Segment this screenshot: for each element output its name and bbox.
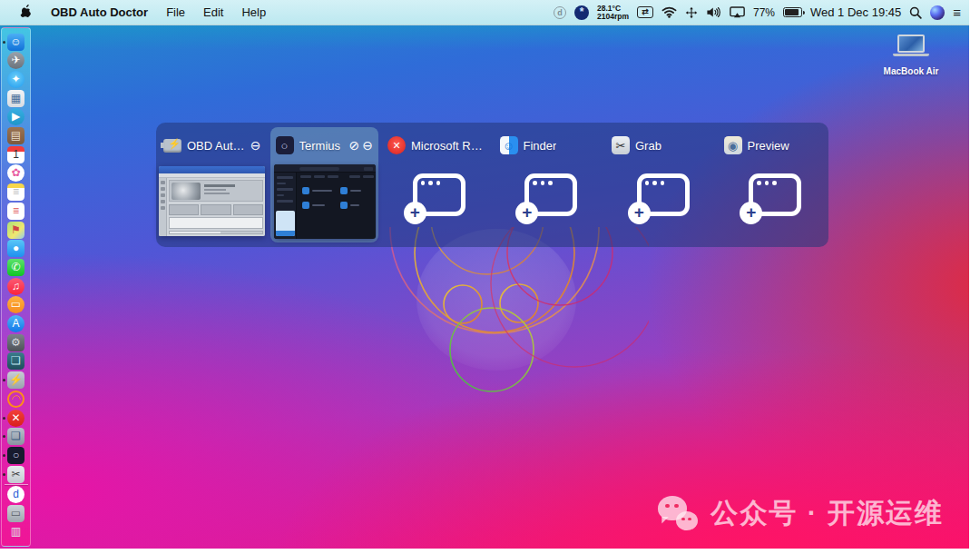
dock-item-finder[interactable]: ☺ <box>6 33 26 51</box>
new-window-placeholder-icon[interactable]: + <box>524 173 577 216</box>
dock-item-wechat[interactable]: ✆ <box>6 258 26 276</box>
d-circle-app-icon: d <box>7 486 24 503</box>
dock: ☺✈✦▦▶▤1✿≡≡⚑●✆♫▭A⚙❏⚡◠✕❏○✂d▭▥ <box>1 27 31 547</box>
app-switcher-panel: ⚡ OBD Auto... ⊖ <box>156 123 828 247</box>
dock-item-safari[interactable]: ✦ <box>6 70 26 88</box>
switcher-label: Termius <box>299 139 341 153</box>
circled-d-icon[interactable]: d <box>554 4 566 22</box>
new-window-placeholder-icon[interactable]: + <box>637 173 690 216</box>
termius-icon: ○ <box>276 136 294 154</box>
hide-window-button[interactable]: ⊖ <box>362 139 373 152</box>
dock-item-termius[interactable]: ○ <box>6 446 26 464</box>
dock-item-navicat[interactable]: ◠ <box>6 390 26 408</box>
switcher-item-preview[interactable]: ◉ Preview + <box>717 123 829 247</box>
telegram-icon: ▶ <box>7 108 24 125</box>
preview-icon: ◉ <box>724 136 742 154</box>
switcher-item-termius[interactable]: ○ Termius ⊘ ⊖ <box>269 123 381 247</box>
app-store-icon: A <box>7 315 24 332</box>
fan-monitor-icon[interactable]: * <box>574 4 589 22</box>
switcher-item-finder[interactable]: ☺ Finder + <box>493 123 605 247</box>
plus-badge: + <box>740 202 762 224</box>
dock-item-music[interactable]: ♫ <box>6 277 26 295</box>
external-drive-icon: ▭ <box>7 505 24 522</box>
microsoft-remote-desktop-icon: ✕ <box>387 136 406 154</box>
dock-item-system-preferences[interactable]: ⚙ <box>6 333 26 351</box>
desktop-icon-macbook-air[interactable]: MacBook Air <box>873 35 949 76</box>
dock-item-maps[interactable]: ⚑ <box>6 221 26 239</box>
obd-window-thumbnail[interactable] <box>159 166 265 236</box>
obd-auto-doctor-icon: ⚡ <box>7 371 24 389</box>
menu-clock[interactable]: Wed 1 Dec 19:45 <box>810 5 901 19</box>
temperature-fan-readout[interactable]: 28.1°C 2104rpm <box>597 4 629 22</box>
spotlight-search-icon[interactable] <box>909 4 922 22</box>
wallpaper-circles-art <box>358 227 649 463</box>
switcher-item-grab[interactable]: ✂ Grab + <box>604 123 717 247</box>
menu-app-name[interactable]: OBD Auto Doctor <box>42 0 157 25</box>
photos-icon: ✿ <box>7 164 24 182</box>
menu-bar-left: OBD Auto Doctor File Edit Help <box>0 0 275 25</box>
switcher-item-microsoft-remote-desktop[interactable]: ✕ Microsoft Re... + <box>380 123 493 247</box>
running-indicator-dot <box>3 473 5 476</box>
dock-item-remote-screens-app[interactable]: ❏ <box>6 428 26 446</box>
watermark-text: 公众号 · 开源运维 <box>710 495 944 532</box>
grab-icon: ✂ <box>612 136 630 154</box>
termius-promo-card <box>276 211 295 236</box>
hide-window-button[interactable]: ⊖ <box>250 139 261 152</box>
volume-icon[interactable] <box>706 4 721 22</box>
dock-item-microsoft-remote-desktop[interactable]: ✕ <box>6 409 26 427</box>
notification-center-icon[interactable]: ≡ <box>953 5 960 20</box>
dock-item-calendar[interactable]: 1 <box>6 145 26 163</box>
dock-item-messages[interactable]: ● <box>6 240 26 258</box>
dock-item-app-store[interactable]: A <box>6 315 26 333</box>
plus-badge: + <box>404 202 426 224</box>
messages-icon: ● <box>7 240 24 257</box>
dock-item-reminders[interactable]: ≡ <box>6 202 26 220</box>
dock-item-d-circle-app[interactable]: d <box>6 486 26 504</box>
menu-help[interactable]: Help <box>232 0 275 25</box>
switcher-label: OBD Auto... <box>187 139 245 153</box>
plus-badge: + <box>628 202 651 224</box>
dock-item-screens-app[interactable]: ❏ <box>6 352 26 371</box>
dock-item-telegram[interactable]: ▶ <box>6 108 26 126</box>
menu-file[interactable]: File <box>157 0 194 25</box>
dock-item-obd-auto-doctor[interactable]: ⚡ <box>6 371 26 390</box>
dock-item-launchpad[interactable]: ✈ <box>6 52 26 70</box>
termius-window-thumbnail[interactable] <box>274 164 376 239</box>
menu-bar: OBD Auto Doctor File Edit Help d * 28.1°… <box>0 0 969 25</box>
switcher-label: Finder <box>524 139 557 153</box>
screens-app-icon: ❏ <box>7 352 24 370</box>
device-label: MacBook Air <box>873 66 949 76</box>
dock-item-notes[interactable]: ≡ <box>6 183 26 202</box>
dock-item-books[interactable]: ▭ <box>6 296 26 314</box>
laptop-icon <box>893 35 929 60</box>
dock-item-trash[interactable]: ▥ <box>6 523 26 541</box>
quit-app-button[interactable]: ⊘ <box>349 139 360 152</box>
dock-item-grab[interactable]: ✂ <box>6 465 26 483</box>
move-arrows-icon[interactable] <box>685 4 698 22</box>
obd-thumb-titlebar <box>159 166 265 173</box>
display-switch-icon[interactable]: ⇄ <box>637 4 653 22</box>
desktop: OBD Auto Doctor File Edit Help d * 28.1°… <box>0 0 969 549</box>
wechat-icon: ✆ <box>7 259 24 276</box>
dock-item-contacts[interactable]: ▤ <box>6 127 26 145</box>
termius-icon: ○ <box>7 447 24 464</box>
dock-item-photos[interactable]: ✿ <box>6 164 26 183</box>
dock-item-external-drive[interactable]: ▭ <box>6 504 26 522</box>
system-preferences-icon: ⚙ <box>7 334 24 351</box>
fan-rpm-value: 2104rpm <box>597 12 629 21</box>
dock-item-pictures-app[interactable]: ▦ <box>6 89 26 107</box>
switcher-label: Grab <box>635 139 662 153</box>
airplay-display-icon[interactable] <box>730 4 745 22</box>
trash-icon: ▥ <box>7 523 24 540</box>
new-window-placeholder-icon[interactable]: + <box>413 173 466 216</box>
new-window-placeholder-icon[interactable]: + <box>749 173 801 216</box>
finder-icon: ☺ <box>500 136 518 154</box>
siri-icon[interactable] <box>930 4 945 22</box>
apple-menu[interactable] <box>11 0 42 25</box>
microsoft-remote-desktop-icon: ✕ <box>7 410 24 427</box>
wechat-icon <box>658 496 700 532</box>
wifi-icon[interactable] <box>662 4 677 22</box>
battery-icon[interactable] <box>783 4 802 22</box>
menu-edit[interactable]: Edit <box>194 0 232 25</box>
switcher-item-obd-auto-doctor[interactable]: ⚡ OBD Auto... ⊖ <box>156 123 269 247</box>
